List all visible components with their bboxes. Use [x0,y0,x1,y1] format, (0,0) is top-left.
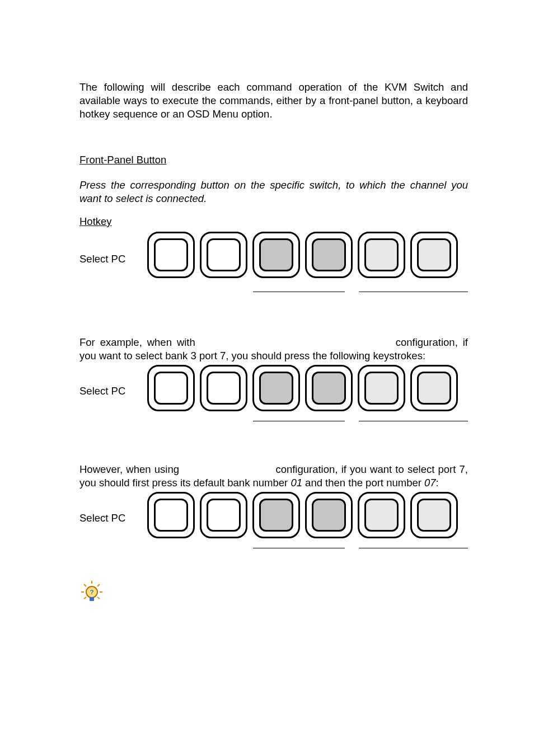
underline-bar [359,548,468,548]
text-fragment: However, when using [79,463,179,475]
underline-bar [359,292,468,292]
svg-line-2 [97,584,100,586]
keycap-icon [147,232,195,278]
underline-bar [253,292,345,292]
keycap-icon [305,492,353,538]
keycap-icon [252,232,300,278]
text-fragment: 07 [424,477,436,489]
underline-bar [359,421,468,421]
text-fragment: and then the port number [302,477,424,489]
svg-rect-9 [90,597,94,601]
keycap-icon [410,365,458,411]
underline-bar [253,548,345,548]
select-pc-label: Select PC [79,253,125,265]
keycap-icon [410,232,458,278]
svg-text:?: ? [90,589,94,595]
intro-paragraph: The following will describe each command… [79,81,468,121]
keycap-icon [305,232,353,278]
example-paragraph-1: For example, when with configuration, if… [79,336,468,363]
keycap-icon [358,492,405,538]
keycap-icon [305,365,353,411]
keycap-icon [410,492,458,538]
hotkey-sequence-2 [147,365,458,411]
svg-line-5 [84,597,86,599]
front-panel-heading: Front-Panel Button [79,154,468,166]
keycap-icon [147,492,195,538]
text-fragment: : [436,477,439,489]
hotkey-sequence-1 [147,232,458,278]
text-fragment: 01 [291,477,302,489]
hotkey-sequence-3 [147,492,458,538]
example-paragraph-2: However, when using configuration, if yo… [79,463,468,490]
text-fragment: For example, when with [79,336,195,348]
front-panel-instruction: Press the corresponding button on the sp… [79,179,468,205]
keycap-icon [358,232,405,278]
keycap-icon [358,365,405,411]
keycap-icon [252,492,300,538]
keycap-icon [147,365,195,411]
select-pc-label: Select PC [79,512,125,524]
keycap-icon [200,365,247,411]
lightbulb-tip-icon: ? [79,580,104,607]
select-pc-label: Select PC [79,385,125,397]
keycap-icon [200,232,247,278]
keycap-icon [252,365,300,411]
svg-line-1 [84,584,86,586]
underline-bar [253,421,345,421]
hotkey-heading: Hotkey [79,215,468,228]
svg-line-6 [97,597,100,599]
keycap-icon [200,492,247,538]
